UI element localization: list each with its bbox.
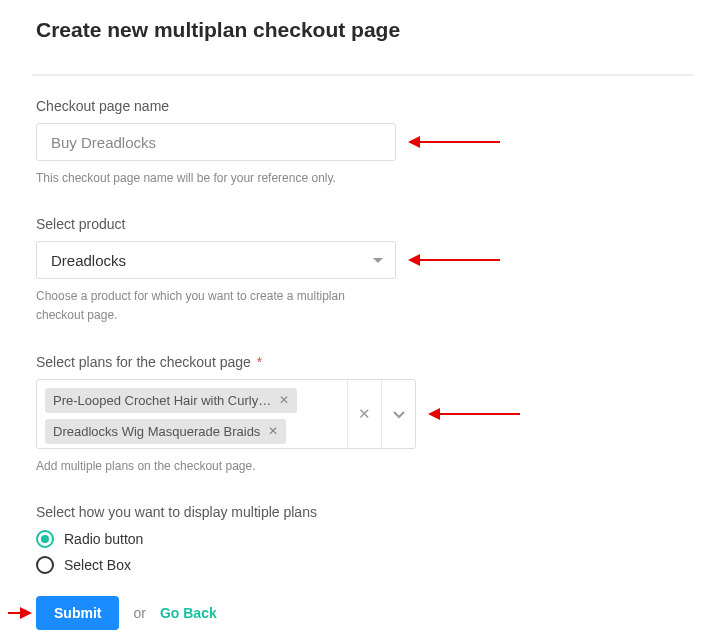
field-checkout-name: Checkout page name This checkout page na…: [36, 98, 690, 188]
clear-all-icon[interactable]: ✕: [347, 380, 381, 448]
plan-chip: Dreadlocks Wig Masquerade Braids ✕: [45, 419, 286, 444]
radio-label: Radio button: [64, 531, 143, 547]
radio-icon: [36, 530, 54, 548]
pointer-arrow-icon: [410, 141, 500, 143]
radio-option-select-box[interactable]: Select Box: [36, 556, 690, 574]
caret-down-icon: [373, 258, 383, 263]
chip-remove-icon[interactable]: ✕: [268, 424, 278, 438]
pointer-arrow-icon: [410, 259, 500, 261]
radio-group: Radio button Select Box: [36, 530, 690, 574]
checkout-name-label: Checkout page name: [36, 98, 690, 114]
pointer-arrow-icon: [430, 413, 520, 415]
field-select-plans: Select plans for the checkout page * Pre…: [36, 354, 690, 476]
plans-multiselect[interactable]: Pre-Looped Crochet Hair with Curly… ✕ Dr…: [36, 379, 416, 449]
field-display-mode: Select how you want to display multiple …: [36, 504, 690, 574]
chip-area: Pre-Looped Crochet Hair with Curly… ✕ Dr…: [37, 380, 347, 448]
plans-help: Add multiple plans on the checkout page.: [36, 457, 396, 476]
radio-label: Select Box: [64, 557, 131, 573]
required-mark: *: [257, 354, 262, 370]
divider: [32, 74, 694, 76]
plan-chip-text: Pre-Looped Crochet Hair with Curly…: [53, 393, 271, 408]
go-back-link[interactable]: Go Back: [160, 605, 217, 621]
or-text: or: [133, 605, 145, 621]
page-title: Create new multiplan checkout page: [36, 18, 690, 56]
action-row: Submit or Go Back: [36, 596, 690, 630]
dropdown-open-icon[interactable]: [381, 380, 415, 448]
plan-chip: Pre-Looped Crochet Hair with Curly… ✕: [45, 388, 297, 413]
product-help: Choose a product for which you want to c…: [36, 287, 396, 325]
radio-icon: [36, 556, 54, 574]
plan-chip-text: Dreadlocks Wig Masquerade Braids: [53, 424, 260, 439]
radio-option-radio-button[interactable]: Radio button: [36, 530, 690, 548]
plans-label: Select plans for the checkout page *: [36, 354, 690, 370]
chevron-down-icon: [393, 408, 405, 420]
display-label: Select how you want to display multiple …: [36, 504, 690, 520]
product-select[interactable]: Dreadlocks: [36, 241, 396, 279]
product-label: Select product: [36, 216, 690, 232]
chip-remove-icon[interactable]: ✕: [279, 393, 289, 407]
product-selected-value: Dreadlocks: [51, 252, 126, 269]
plans-label-text: Select plans for the checkout page: [36, 354, 251, 370]
field-select-product: Select product Dreadlocks Choose a produ…: [36, 216, 690, 325]
checkout-name-help: This checkout page name will be for your…: [36, 169, 396, 188]
checkout-name-input[interactable]: [36, 123, 396, 161]
pointer-arrow-icon: [8, 612, 30, 614]
submit-button[interactable]: Submit: [36, 596, 119, 630]
